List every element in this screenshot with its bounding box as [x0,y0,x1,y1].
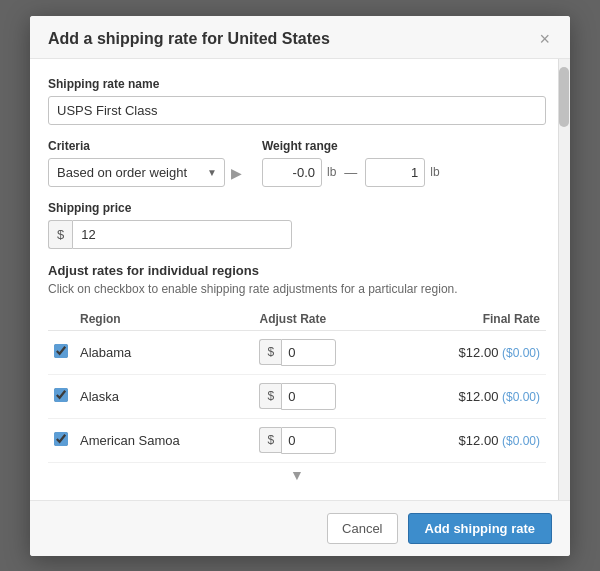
weight-range-label: Weight range [262,139,546,153]
adjust-section-title: Adjust rates for individual regions [48,263,546,278]
table-row: Alabama $ $12.00 ($0.00) [48,330,546,374]
modal-title: Add a shipping rate for United States [48,30,330,48]
adjust-dollar-prefix: $ [259,339,281,365]
adjusted-diff: ($0.00) [502,390,540,404]
adjusted-diff: ($0.00) [502,434,540,448]
scrollbar-thumb[interactable] [559,67,569,127]
scrollbar-track[interactable] [558,59,570,500]
col-final: Final Rate [396,308,546,331]
region-checkbox[interactable] [54,388,68,402]
final-rate-cell: $12.00 ($0.00) [396,330,546,374]
weight-min-input[interactable] [262,158,322,187]
regions-table: Region Adjust Rate Final Rate Alabama $ [48,308,546,463]
arrow-right-icon: ▶ [231,165,242,181]
adjust-dollar-prefix: $ [259,383,281,409]
shipping-rate-name-group: Shipping rate name [48,77,546,125]
add-shipping-rate-button[interactable]: Add shipping rate [408,513,553,544]
table-row: Alaska $ $12.00 ($0.00) [48,374,546,418]
col-check [48,308,74,331]
adjust-rate-cell: $ [253,418,395,462]
region-name: Alabama [74,330,253,374]
region-checkbox[interactable] [54,344,68,358]
adjust-section-hint: Click on checkbox to enable shipping rat… [48,282,546,296]
table-row: American Samoa $ $12.00 ($0.00) [48,418,546,462]
criteria-label: Criteria [48,139,242,153]
col-region: Region [74,308,253,331]
modal-header: Add a shipping rate for United States × [30,16,570,59]
col-adjust: Adjust Rate [253,308,395,331]
weight-max-input[interactable] [365,158,425,187]
modal-footer: Cancel Add shipping rate [30,500,570,556]
region-checkbox-cell [48,374,74,418]
criteria-select-wrapper: Based on order weight Based on order pri… [48,158,225,187]
close-button[interactable]: × [537,30,552,48]
shipping-price-group: Shipping price $ [48,201,546,249]
criteria-group: Criteria Based on order weight Based on … [48,139,242,187]
criteria-select[interactable]: Based on order weight Based on order pri… [48,158,225,187]
shipping-price-input[interactable] [72,220,292,249]
weight-range-group: Weight range lb — lb [262,139,546,187]
adjusted-diff: ($0.00) [502,346,540,360]
region-name: Alaska [74,374,253,418]
adjust-dollar-prefix: $ [259,427,281,453]
dollar-prefix: $ [48,220,72,249]
shipping-price-row: $ [48,220,546,249]
weight-min-unit: lb [327,165,336,179]
adjust-rates-section: Adjust rates for individual regions Clic… [48,263,546,487]
region-checkbox[interactable] [54,432,68,446]
region-name: American Samoa [74,418,253,462]
weight-max-unit: lb [430,165,439,179]
adjust-rate-cell: $ [253,330,395,374]
adjust-rate-input[interactable] [281,383,336,410]
shipping-rate-name-label: Shipping rate name [48,77,546,91]
criteria-weight-row: Criteria Based on order weight Based on … [48,139,546,187]
modal-dialog: Add a shipping rate for United States × … [30,16,570,556]
shipping-rate-name-input[interactable] [48,96,546,125]
final-rate-cell: $12.00 ($0.00) [396,374,546,418]
adjust-rate-cell: $ [253,374,395,418]
region-checkbox-cell [48,418,74,462]
adjust-rate-input[interactable] [281,427,336,454]
shipping-price-label: Shipping price [48,201,546,215]
weight-range-inputs: lb — lb [262,158,546,187]
region-checkbox-cell [48,330,74,374]
cancel-button[interactable]: Cancel [327,513,397,544]
scroll-down-indicator: ▼ [48,463,546,487]
weight-dash: — [341,165,360,180]
final-rate-cell: $12.00 ($0.00) [396,418,546,462]
adjust-rate-input[interactable] [281,339,336,366]
